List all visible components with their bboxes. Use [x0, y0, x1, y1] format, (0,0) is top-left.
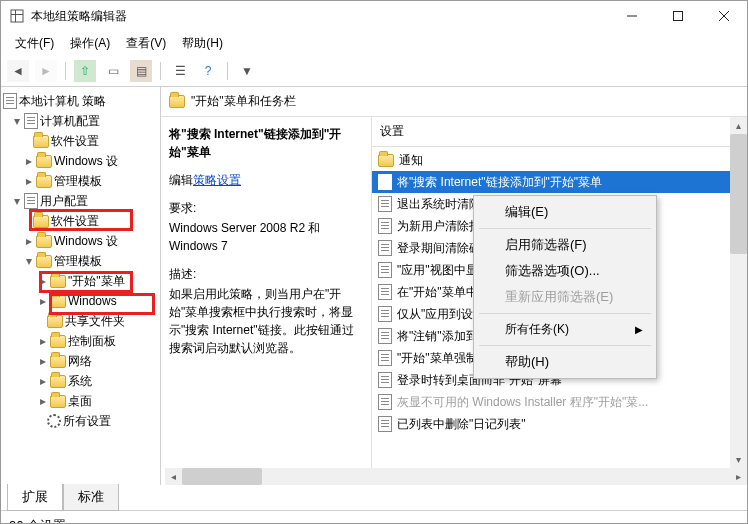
menu-help[interactable]: 帮助(H): [176, 33, 229, 54]
content-pane: "开始"菜单和任务栏 将"搜索 Internet"链接添加到"开始"菜单 编辑策…: [161, 87, 747, 485]
tree-root[interactable]: 本地计算机 策略: [1, 91, 160, 111]
policy-icon: [378, 416, 392, 432]
tree-start-menu[interactable]: ▸"开始"菜单: [1, 271, 160, 291]
expander-icon[interactable]: ▸: [37, 396, 48, 407]
separator: [479, 228, 651, 229]
separator: [65, 62, 66, 80]
export-button[interactable]: ▤: [130, 60, 152, 82]
help-toolbar-button[interactable]: ?: [197, 60, 219, 82]
policy-icon: [378, 328, 392, 344]
folder-icon: [50, 275, 66, 288]
tree-user-config[interactable]: ▾用户配置: [1, 191, 160, 211]
tree-item[interactable]: ▸Windows 设: [1, 151, 160, 171]
menu-view[interactable]: 查看(V): [120, 33, 172, 54]
separator: [227, 62, 228, 80]
minimize-button[interactable]: [609, 1, 655, 31]
policy-icon: [378, 196, 392, 212]
expander-icon[interactable]: ▾: [23, 256, 34, 267]
edit-policy-link[interactable]: 策略设置: [193, 173, 241, 187]
policy-icon: [378, 240, 392, 256]
scroll-right-icon[interactable]: ▸: [730, 468, 747, 485]
tab-extended[interactable]: 扩展: [7, 484, 63, 511]
list-item-selected[interactable]: 将"搜索 Internet"链接添加到"开始"菜单: [372, 171, 747, 193]
policy-title: 将"搜索 Internet"链接添加到"开始"菜单: [169, 125, 361, 161]
expander-icon[interactable]: ▸: [37, 356, 48, 367]
scroll-down-icon[interactable]: ▾: [730, 451, 747, 468]
policy-icon: [378, 284, 392, 300]
policy-icon: [378, 372, 392, 388]
menu-bar: 文件(F) 操作(A) 查看(V) 帮助(H): [1, 31, 747, 58]
ctx-edit[interactable]: 编辑(E): [477, 199, 653, 225]
tree-admin-templates[interactable]: ▾管理模板: [1, 251, 160, 271]
tree-item[interactable]: ▸桌面: [1, 391, 160, 411]
tab-standard[interactable]: 标准: [63, 484, 119, 511]
tree-item[interactable]: ▸管理模板: [1, 171, 160, 191]
gear-icon: [47, 414, 61, 428]
tree-item[interactable]: 软件设置: [1, 131, 160, 151]
expander-icon[interactable]: ▸: [37, 276, 48, 287]
tree-item[interactable]: ▸控制面板: [1, 331, 160, 351]
ctx-help[interactable]: 帮助(H): [477, 349, 653, 375]
view-tabs: 扩展 标准: [1, 484, 747, 510]
app-icon: [9, 8, 25, 24]
description-label: 描述:: [169, 265, 361, 283]
menu-action[interactable]: 操作(A): [64, 33, 116, 54]
horizontal-scrollbar[interactable]: ◂ ▸: [165, 468, 747, 485]
separator: [160, 62, 161, 80]
tree-item[interactable]: 软件设置: [1, 211, 160, 231]
tree-item[interactable]: 共享文件夹: [1, 311, 160, 331]
tree-all-settings[interactable]: 所有设置: [1, 411, 160, 431]
separator: [479, 345, 651, 346]
tree-computer-config[interactable]: ▾计算机配置: [1, 111, 160, 131]
separator: [479, 313, 651, 314]
folder-icon: [169, 95, 185, 108]
expander-icon[interactable]: ▸: [37, 376, 48, 387]
menu-file[interactable]: 文件(F): [9, 33, 60, 54]
expander-icon[interactable]: ▸: [37, 336, 48, 347]
svg-rect-2: [15, 10, 16, 22]
title-bar: 本地组策略编辑器: [1, 1, 747, 31]
ctx-all-tasks[interactable]: 所有任务(K)▶: [477, 317, 653, 342]
ctx-filter-options[interactable]: 筛选器选项(O)...: [477, 258, 653, 284]
folder-icon: [36, 235, 52, 248]
scroll-left-icon[interactable]: ◂: [165, 468, 182, 485]
tree-item[interactable]: ▸Windows: [1, 291, 160, 311]
expander-icon[interactable]: ▸: [23, 236, 34, 247]
window-title: 本地组策略编辑器: [31, 8, 609, 25]
close-button[interactable]: [701, 1, 747, 31]
policy-icon: [378, 218, 392, 234]
filter-button[interactable]: ▼: [236, 60, 258, 82]
folder-icon: [33, 135, 49, 148]
ctx-enable-filter[interactable]: 启用筛选器(F): [477, 232, 653, 258]
folder-icon: [50, 355, 66, 368]
folder-icon: [36, 155, 52, 168]
up-button[interactable]: ⇧: [74, 60, 96, 82]
expander-icon[interactable]: ▸: [23, 176, 34, 187]
list-item[interactable]: 已列表中删除"日记列表": [372, 413, 747, 435]
properties-button[interactable]: ☰: [169, 60, 191, 82]
ctx-reapply-filter: 重新应用筛选器(E): [477, 284, 653, 310]
svg-rect-0: [11, 10, 23, 22]
list-column-header[interactable]: 设置: [372, 117, 747, 147]
scroll-up-icon[interactable]: ▴: [730, 117, 747, 134]
scroll-thumb[interactable]: [182, 468, 262, 485]
folder-icon: [47, 315, 63, 328]
tree-item[interactable]: ▸Windows 设: [1, 231, 160, 251]
expander-icon[interactable]: ▸: [23, 156, 34, 167]
list-folder[interactable]: 通知: [372, 149, 747, 171]
tree-item[interactable]: ▸系统: [1, 371, 160, 391]
navigation-tree[interactable]: 本地计算机 策略 ▾计算机配置 软件设置 ▸Windows 设 ▸管理模板 ▾用…: [1, 87, 161, 485]
vertical-scrollbar[interactable]: ▴▾: [730, 117, 747, 468]
maximize-button[interactable]: [655, 1, 701, 31]
expander-icon[interactable]: ▸: [37, 296, 48, 307]
scroll-thumb[interactable]: [730, 134, 747, 254]
expander-icon[interactable]: ▾: [11, 196, 22, 207]
submenu-arrow-icon: ▶: [635, 324, 643, 335]
show-hide-button[interactable]: ▭: [102, 60, 124, 82]
list-item-disabled[interactable]: 灰显不可用的 Windows Installer 程序"开始"菜...: [372, 391, 747, 413]
policy-icon: [378, 262, 392, 278]
tree-item[interactable]: ▸网络: [1, 351, 160, 371]
back-button[interactable]: ◄: [7, 60, 29, 82]
expander-icon[interactable]: ▾: [11, 116, 22, 127]
folder-icon: [378, 154, 394, 167]
